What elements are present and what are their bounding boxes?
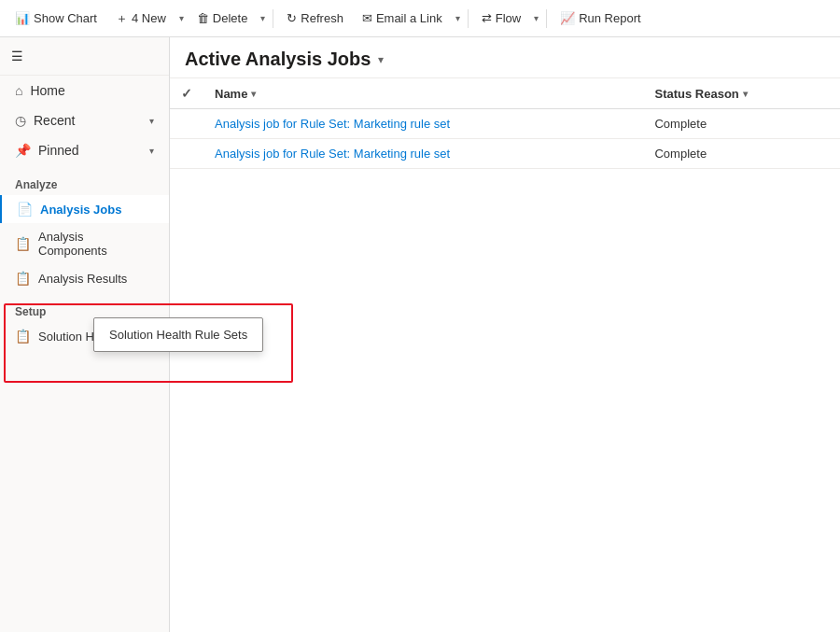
recent-icon: ◷ [15,113,26,128]
page-header: Active Analysis Jobs ▾ [170,37,840,78]
email-icon: ✉ [362,11,372,25]
row-2-status: Complete [643,139,840,169]
row-1-status: Complete [643,109,840,139]
recent-label: Recent [34,113,75,128]
status-reason-column-header: Status Reason ▾ [643,78,840,109]
analysis-results-label: Analysis Results [38,272,127,286]
check-column-header: ✓ [170,78,203,109]
row-2-link[interactable]: Analysis job for Rule Set: Marketing rul… [215,147,450,161]
toolbar-divider-3 [546,9,547,28]
toolbar-divider-1 [273,9,273,28]
sidebar-top: ☰ [0,37,169,76]
refresh-icon: ↻ [287,11,297,25]
sidebar-item-recent[interactable]: ◷ Recent ▾ [0,105,169,135]
analysis-jobs-icon: 📄 [17,202,33,217]
sidebar-item-analysis-results[interactable]: 📋 Analysis Results [0,264,169,292]
sidebar-item-analysis-components[interactable]: 📋 Analysis Components [0,223,169,264]
check-icon: ✓ [181,86,192,101]
delete-dropdown-chevron[interactable]: ▾ [259,9,267,27]
run-report-label: Run Report [579,11,640,25]
solution-health-rule-sets-option[interactable]: Solution Health Rule Sets [94,322,262,347]
sidebar-item-analysis-jobs[interactable]: 📄 Analysis Jobs [0,195,169,223]
status-sort-chevron[interactable]: ▾ [743,89,748,99]
flow-button[interactable]: ⇄ Flow [474,7,528,29]
show-chart-button[interactable]: 📊 Show Chart [7,7,105,29]
analysis-components-icon: 📋 [15,236,31,251]
show-chart-label: Show Chart [34,11,97,25]
email-link-label: Email a Link [376,11,442,25]
delete-label: Delete [213,11,248,25]
refresh-button[interactable]: ↻ Refresh [279,7,351,29]
table-row: Analysis job for Rule Set: Marketing rul… [170,139,840,169]
analyze-section-header: Analyze [0,165,169,195]
content-area: Active Analysis Jobs ▾ ✓ Name [170,37,840,632]
email-dropdown-chevron[interactable]: ▾ [454,9,462,27]
report-icon: 📈 [560,11,575,25]
hamburger-icon: ☰ [11,49,23,63]
flow-label: Flow [496,11,521,25]
home-icon: ⌂ [15,83,22,98]
name-sort-chevron[interactable]: ▾ [251,89,256,99]
solution-health-icon: 📋 [15,329,31,344]
analysis-jobs-label: Analysis Jobs [40,203,121,217]
pinned-chevron: ▾ [149,146,154,156]
analysis-jobs-table: ✓ Name ▾ Status Reason [170,78,840,169]
row-1-name: Analysis job for Rule Set: Marketing rul… [203,109,643,139]
delete-button[interactable]: 🗑 Delete [189,7,256,29]
new-badge: 4 New [132,11,166,25]
hamburger-menu-button[interactable]: ☰ [0,41,169,71]
page-title: Active Analysis Jobs [185,49,371,70]
table-container: ✓ Name ▾ Status Reason [170,78,840,632]
new-button[interactable]: ＋ 4 New [108,7,174,31]
home-label: Home [30,83,64,98]
solution-health-dropdown: Solution Health Rule Sets [93,317,263,352]
flow-icon: ⇄ [482,11,492,25]
chart-icon: 📊 [15,11,30,25]
row-2-name: Analysis job for Rule Set: Marketing rul… [203,139,643,169]
sidebar-item-home[interactable]: ⌂ Home [0,76,169,105]
row-1-check [170,109,203,139]
table-row: Analysis job for Rule Set: Marketing rul… [170,109,840,139]
flow-dropdown-chevron[interactable]: ▾ [532,9,540,27]
email-link-button[interactable]: ✉ Email a Link [355,7,450,29]
row-2-check [170,139,203,169]
run-report-button[interactable]: 📈 Run Report [553,7,648,29]
analysis-results-icon: 📋 [15,271,31,286]
name-header-label: Name [215,87,247,101]
new-dropdown-chevron[interactable]: ▾ [177,9,186,27]
toolbar: 📊 Show Chart ＋ 4 New ▾ 🗑 Delete ▾ ↻ Refr… [0,0,840,37]
row-1-link[interactable]: Analysis job for Rule Set: Marketing rul… [215,117,450,131]
trash-icon: 🗑 [197,11,209,25]
analyze-label: Analyze [15,178,57,191]
recent-chevron: ▾ [149,116,154,126]
page-title-chevron[interactable]: ▾ [378,53,384,66]
name-column-header: Name ▾ [203,78,643,109]
setup-label: Setup [15,305,46,318]
pin-icon: 📌 [15,143,31,158]
sidebar-item-pinned[interactable]: 📌 Pinned ▾ [0,135,169,165]
status-reason-header-label: Status Reason [654,87,738,101]
plus-icon: ＋ [116,10,128,27]
refresh-label: Refresh [301,11,343,25]
analysis-components-label: Analysis Components [38,230,154,258]
toolbar-divider-2 [468,9,469,28]
pinned-label: Pinned [38,143,79,158]
